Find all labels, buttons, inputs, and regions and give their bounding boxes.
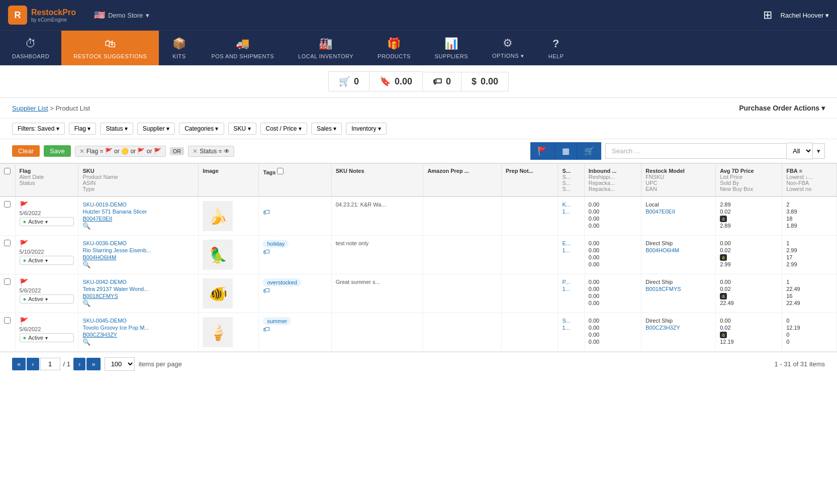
row-flag-cell: 🚩 5/6/2022 ● Active ▾: [15, 274, 78, 313]
row-tags-cell: overstocked 🏷: [259, 274, 331, 313]
prev-page-button[interactable]: ‹: [27, 358, 39, 370]
row-checkbox[interactable]: [4, 317, 11, 324]
row-status-badge[interactable]: ● Active ▾: [20, 217, 74, 226]
row-prep-not-cell: [501, 196, 558, 236]
header-flag: FlagAlert DateStatus: [15, 163, 78, 196]
row-asin-link[interactable]: B0018CFMYS: [82, 293, 118, 299]
row-s-value: E...: [562, 240, 571, 246]
status-filter-remove[interactable]: ✕: [193, 148, 198, 155]
row-sku-link[interactable]: SKU-0045-DEMO: [82, 318, 126, 324]
options-icon: ⚙: [503, 37, 513, 50]
nav-kits-label: Kits: [172, 53, 185, 59]
search-dropdown-icon[interactable]: ▾: [813, 143, 825, 159]
nav-suppliers[interactable]: 📊 Suppliers: [423, 31, 480, 65]
row-status-badge[interactable]: ● Active ▾: [20, 256, 74, 265]
filter-sales-label: Sales ▾: [317, 125, 336, 132]
row-tag-icon[interactable]: 🏷: [263, 248, 270, 256]
row-sku-link[interactable]: SKU-0036-DEMO: [82, 240, 126, 246]
view-cart-button[interactable]: 🛒: [577, 142, 601, 160]
search-all-select[interactable]: All: [786, 143, 813, 159]
filter-inventory[interactable]: Inventory ▾: [346, 123, 387, 135]
grid-icon[interactable]: ⊞: [763, 9, 772, 22]
row-new-buy-box: 2.99: [720, 261, 730, 267]
row-tag-pill: overstocked: [263, 278, 301, 286]
row-status-badge[interactable]: ● Active ▾: [20, 333, 74, 342]
filter-supplier[interactable]: Supplier ▾: [137, 123, 175, 135]
results-count: 1 - 31 of 31 items: [775, 360, 825, 368]
save-button[interactable]: Save: [44, 145, 71, 157]
row-tags-cell: 🏷: [259, 196, 331, 236]
row-search-icon[interactable]: 🔍: [82, 222, 90, 230]
store-dropdown-icon: ▾: [146, 12, 149, 19]
tag-icon: 🔖: [380, 76, 391, 87]
nav-dashboard[interactable]: ⏱ Dashboard: [0, 31, 61, 65]
row-checkbox[interactable]: [4, 278, 11, 285]
filter-sales[interactable]: Sales ▾: [311, 123, 342, 135]
row-asin-link[interactable]: B0047E0EII: [82, 216, 112, 222]
breadcrumb-supplier[interactable]: Supplier List: [12, 105, 48, 112]
summary-dollar: $ 0.00: [461, 72, 509, 91]
row-restock-cell: Direct Ship B004HO6I4M: [641, 236, 716, 274]
store-name: Demo Store: [108, 12, 143, 19]
suppliers-icon: 📊: [444, 37, 458, 50]
clear-button[interactable]: Clear: [12, 145, 40, 157]
search-area: All ▾: [605, 143, 825, 159]
nav-restock[interactable]: 🛍 Restock Suggestions: [61, 31, 159, 65]
nav-kits[interactable]: 📦 Kits: [159, 31, 199, 65]
filter-categories[interactable]: Categories ▾: [179, 123, 224, 135]
row-tag-icon[interactable]: 🏷: [263, 325, 270, 333]
view-grid-button[interactable]: ▦: [555, 142, 577, 160]
row-sku-notes: test note only: [336, 240, 368, 246]
search-input[interactable]: [605, 143, 786, 159]
page-number-input[interactable]: [40, 358, 60, 370]
row-list-price: 0.02: [720, 247, 730, 253]
nav-pos[interactable]: 🚚 POs and Shipments: [199, 31, 286, 65]
store-selector[interactable]: 🇺🇸 Demo Store ▾: [94, 10, 149, 21]
po-actions-button[interactable]: Purchase Order Actions ▾: [739, 104, 825, 112]
items-per-page-select[interactable]: 100 50 25: [105, 357, 135, 371]
row-search-icon[interactable]: 🔍: [82, 299, 90, 307]
tags-header-checkbox[interactable]: [277, 168, 284, 174]
next-page-button[interactable]: ›: [73, 358, 85, 370]
view-flag-button[interactable]: 🚩: [530, 142, 555, 160]
row-avg7d: 2.89: [720, 201, 730, 208]
summary-tag: 🔖 0.00: [369, 71, 422, 91]
row-tag-icon[interactable]: 🏷: [263, 208, 270, 216]
nav-local[interactable]: 🏭 Local Inventory: [286, 31, 365, 65]
row-inbound4: 0.00: [589, 223, 599, 229]
filter-flag[interactable]: Flag ▾: [69, 123, 97, 135]
user-name[interactable]: Rachel Hoover ▾: [780, 12, 829, 19]
top-right: ⊞ Rachel Hoover ▾: [763, 9, 829, 22]
row-checkbox[interactable]: [4, 201, 11, 208]
row-sku-link[interactable]: SKU-0019-DEMO: [82, 201, 126, 208]
first-page-button[interactable]: «: [12, 358, 26, 370]
filter-cost-price[interactable]: Cost / Price ▾: [260, 123, 307, 135]
nav-options[interactable]: ⚙ Options ▾: [480, 31, 536, 65]
row-fba: 1: [786, 279, 789, 285]
filter-sku[interactable]: SKU ▾: [228, 123, 256, 135]
tag-value: 0.00: [395, 76, 412, 87]
header-checkbox: [0, 163, 15, 196]
select-all-checkbox[interactable]: [4, 168, 11, 174]
row-status-badge[interactable]: ● Active ▾: [20, 294, 74, 304]
row-search-icon[interactable]: 🔍: [82, 261, 90, 268]
flag-filter-remove[interactable]: ✕: [79, 148, 84, 155]
row-tag-icon[interactable]: 🏷: [263, 286, 270, 294]
last-page-button[interactable]: »: [86, 358, 100, 370]
header-inbound: Inbound ...Reshippi...Repacka...Repacka.…: [584, 163, 641, 196]
row-amazon-icon: a: [720, 254, 727, 261]
row-asin-link[interactable]: B00CZ3H3ZY: [82, 332, 117, 338]
main-nav: ⏱ Dashboard 🛍 Restock Suggestions 📦 Kits…: [0, 30, 837, 65]
nav-products[interactable]: 🎁 Products: [365, 31, 423, 65]
row-search-icon[interactable]: 🔍: [82, 338, 90, 346]
table-row: 🚩 5/6/2022 ● Active ▾ SKU-0019-DEMO Hutz…: [0, 196, 837, 236]
row-alert-date: 5/6/2022: [20, 210, 74, 216]
row-asin-link[interactable]: B004HO6I4M: [82, 254, 116, 260]
filter-status[interactable]: Status ▾: [100, 123, 133, 135]
nav-help[interactable]: ? Help: [536, 31, 576, 65]
row-sku-link[interactable]: SKU-0042-DEMO: [82, 279, 126, 285]
row-s-value: K...: [562, 201, 571, 208]
filter-saved[interactable]: Filters: Saved ▾: [12, 123, 65, 135]
row-amazon-icon: a: [720, 216, 727, 222]
row-checkbox[interactable]: [4, 240, 11, 246]
